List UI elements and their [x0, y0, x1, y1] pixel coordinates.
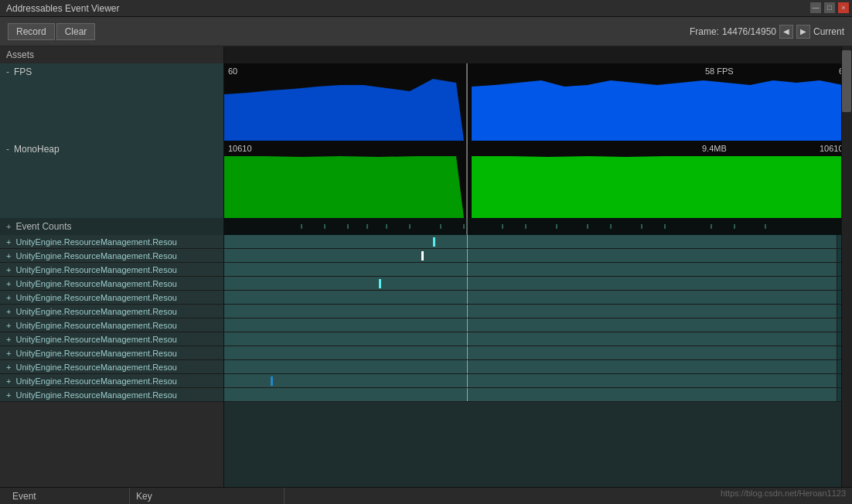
event-row-9-chart[interactable]: 1	[224, 360, 852, 373]
event-row-4-label: UnityEngine.ResourceManagement.Resou	[15, 293, 177, 302]
event-row-6-left: + UnityEngine.ResourceManagement.Resou	[0, 318, 224, 332]
event-row-3-expand[interactable]: +	[6, 279, 11, 288]
event-row-6: + UnityEngine.ResourceManagement.Resou 1	[0, 318, 852, 332]
svg-text:10610: 10610	[820, 144, 843, 153]
event-row-10-chart[interactable]: 1	[224, 374, 852, 387]
event-row-2-chart[interactable]: 1	[224, 263, 852, 276]
window-title: Addressables Event Viewer	[3, 3, 120, 14]
event-row-1-chart[interactable]: 1	[224, 249, 852, 262]
frame-next-button[interactable]: ▶	[796, 25, 810, 39]
assets-label-cell: Assets	[0, 46, 224, 63]
event-row-8-left: + UnityEngine.ResourceManagement.Resou	[0, 346, 224, 359]
fps-collapse-btn[interactable]: -	[6, 66, 9, 77]
event-row-5-chart[interactable]: 1	[224, 305, 852, 318]
event-row-8: + UnityEngine.ResourceManagement.Resou 1	[0, 346, 852, 360]
assets-header-row: Assets	[0, 46, 852, 63]
event-row-4-chart[interactable]: 1	[224, 291, 852, 304]
watermark: https://blog.csdn.net/Heroan1123	[721, 489, 846, 498]
frame-info: Frame: 14476/14950 ◀ ▶ Current	[690, 25, 844, 39]
event-column-header: Event	[6, 488, 130, 504]
event-row-0-label: UnityEngine.ResourceManagement.Resou	[15, 237, 177, 247]
frame-prev-button[interactable]: ◀	[779, 25, 793, 39]
event-row-1: + UnityEngine.ResourceManagement.Resou 1	[0, 249, 852, 263]
event-row-1-expand[interactable]: +	[6, 251, 11, 261]
event-row-5: + UnityEngine.ResourceManagement.Resou 1	[0, 305, 852, 318]
event-row-6-chart[interactable]: 1	[224, 318, 852, 332]
event-row-8-label: UnityEngine.ResourceManagement.Resou	[15, 349, 177, 358]
svg-marker-6	[224, 156, 464, 218]
event-counts-label: Event Counts	[15, 221, 71, 232]
fps-chart[interactable]: 60 58 FPS 60	[224, 63, 852, 141]
event-row-2-expand[interactable]: +	[6, 265, 11, 274]
event-row-8-chart[interactable]: 1	[224, 346, 852, 359]
event-row-0-expand[interactable]: +	[6, 237, 11, 247]
fps-row: - FPS 60 58 FPS 60	[0, 63, 852, 141]
svg-marker-7	[472, 156, 852, 218]
event-row-4-left: + UnityEngine.ResourceManagement.Resou	[0, 291, 224, 304]
content-area: Assets - FPS 60	[0, 46, 852, 487]
event-row-3-left: + UnityEngine.ResourceManagement.Resou	[0, 277, 224, 290]
event-row-2: + UnityEngine.ResourceManagement.Resou 1	[0, 263, 852, 277]
monoheap-label: MonoHeap	[14, 144, 60, 155]
event-row-1-left: + UnityEngine.ResourceManagement.Resou	[0, 249, 224, 262]
event-row-10-label: UnityEngine.ResourceManagement.Resou	[15, 376, 177, 386]
title-bar: Addressables Event Viewer — □ ×	[0, 0, 852, 17]
vertical-scrollbar[interactable]	[841, 46, 852, 487]
toolbar: Record Clear Frame: 14476/14950 ◀ ▶ Curr…	[0, 17, 852, 46]
event-row-0: + UnityEngine.ResourceManagement.Resou 1	[0, 235, 852, 249]
assets-chart-header	[224, 46, 852, 63]
svg-text:60: 60	[228, 66, 237, 76]
event-row-9-left: + UnityEngine.ResourceManagement.Resou	[0, 360, 224, 373]
event-row-11: + UnityEngine.ResourceManagement.Resou 1	[0, 388, 852, 402]
event-row-7: + UnityEngine.ResourceManagement.Resou 1	[0, 332, 852, 346]
minimize-btn[interactable]: —	[810, 2, 821, 13]
event-row-3-label: UnityEngine.ResourceManagement.Resou	[15, 279, 177, 288]
event-row-1-label: UnityEngine.ResourceManagement.Resou	[15, 251, 177, 261]
event-row-9-label: UnityEngine.ResourceManagement.Resou	[15, 363, 177, 372]
event-row-7-chart[interactable]: 1	[224, 332, 852, 346]
event-rows-filler	[0, 402, 852, 487]
svg-text:10610: 10610	[228, 144, 252, 153]
monoheap-collapse-btn[interactable]: -	[6, 144, 9, 155]
assets-label: Assets	[6, 49, 34, 60]
maximize-btn[interactable]: □	[824, 2, 835, 13]
fps-label: FPS	[14, 66, 32, 77]
event-row-9: + UnityEngine.ResourceManagement.Resou 1	[0, 360, 852, 374]
event-row-3: + UnityEngine.ResourceManagement.Resou 1	[0, 277, 852, 291]
event-row-0-chart[interactable]: 1	[224, 235, 852, 248]
event-counts-header-row: + Event Counts	[0, 218, 852, 235]
event-row-6-label: UnityEngine.ResourceManagement.Resou	[15, 321, 177, 330]
svg-marker-0	[224, 79, 464, 141]
event-row-10-left: + UnityEngine.ResourceManagement.Resou	[0, 374, 224, 387]
fps-svg: 60 58 FPS 60	[224, 63, 852, 141]
event-row-3-chart[interactable]: 1	[224, 277, 852, 290]
monoheap-row: - MonoHeap 10610 9.4MB 10610	[0, 141, 852, 218]
window-controls: — □ ×	[810, 2, 849, 13]
record-button[interactable]: Record	[8, 23, 55, 40]
current-label: Current	[813, 26, 844, 37]
monoheap-label-cell: - MonoHeap	[0, 141, 224, 218]
event-row-11-label: UnityEngine.ResourceManagement.Resou	[15, 390, 177, 400]
frame-label: Frame:	[690, 26, 719, 37]
event-counts-expand-btn[interactable]: +	[6, 222, 11, 231]
svg-marker-1	[472, 80, 852, 141]
event-row-10: + UnityEngine.ResourceManagement.Resou 1	[0, 374, 852, 388]
monoheap-svg: 10610 9.4MB 10610	[224, 141, 852, 218]
event-row-5-left: + UnityEngine.ResourceManagement.Resou	[0, 305, 224, 318]
event-row-11-chart[interactable]: 1	[224, 388, 852, 401]
event-row-4: + UnityEngine.ResourceManagement.Resou 1	[0, 291, 852, 305]
close-btn[interactable]: ×	[838, 2, 849, 13]
fps-label-cell: - FPS	[0, 63, 224, 141]
monoheap-chart[interactable]: 10610 9.4MB 10610	[224, 141, 852, 218]
event-counts-label-cell: + Event Counts	[0, 218, 224, 235]
event-row-7-left: + UnityEngine.ResourceManagement.Resou	[0, 332, 224, 346]
key-column-header: Key	[130, 488, 285, 504]
scrollbar-thumb[interactable]	[842, 50, 851, 112]
event-row-0-left: + UnityEngine.ResourceManagement.Resou	[0, 235, 224, 248]
event-row-5-label: UnityEngine.ResourceManagement.Resou	[15, 307, 177, 316]
event-counts-chart	[224, 218, 852, 235]
clear-button[interactable]: Clear	[56, 23, 96, 40]
svg-text:58 FPS: 58 FPS	[705, 66, 734, 76]
event-row-2-label: UnityEngine.ResourceManagement.Resou	[15, 265, 177, 274]
frame-value: 14476/14950	[722, 26, 776, 37]
